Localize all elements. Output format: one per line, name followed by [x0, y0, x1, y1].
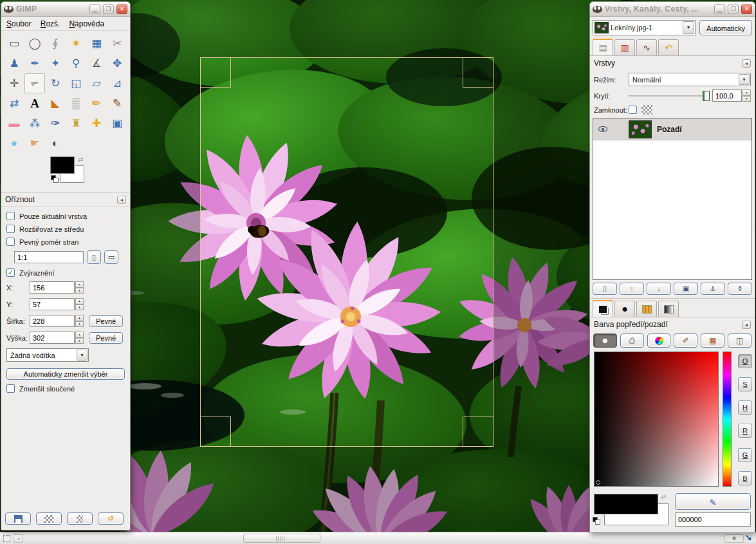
- tool-ellipse-select[interactable]: ◯: [24, 33, 45, 53]
- new-layer-button[interactable]: ▯: [593, 283, 617, 295]
- scales-selector-button[interactable]: ◫: [728, 333, 751, 348]
- close-button[interactable]: ✕: [741, 5, 752, 14]
- collapse-layers-button[interactable]: ◂: [742, 59, 751, 68]
- default-colors-icon[interactable]: [593, 517, 601, 525]
- hue-strip[interactable]: [723, 352, 732, 487]
- collapse-options-button[interactable]: ◂: [117, 196, 126, 204]
- quick-mask-toggle[interactable]: [3, 535, 10, 542]
- tool-shear[interactable]: ▱: [86, 73, 107, 93]
- width-fixed-button[interactable]: Pevné: [89, 315, 123, 327]
- tool-pencil[interactable]: ✏: [86, 93, 107, 113]
- channel-hue-button[interactable]: O: [738, 354, 752, 368]
- tool-clone[interactable]: ♜: [66, 113, 86, 133]
- expand-center-checkbox[interactable]: [6, 225, 15, 233]
- edit-color-button[interactable]: ✎: [675, 493, 751, 510]
- collapse-color-button[interactable]: ◂: [742, 321, 751, 329]
- tool-scissors-select[interactable]: ✂: [107, 33, 127, 53]
- tool-rotate[interactable]: ↻: [45, 73, 66, 93]
- auto-button[interactable]: Automaticky: [699, 20, 752, 35]
- tool-heal[interactable]: ✚: [86, 113, 107, 133]
- height-spinner[interactable]: ▴▾: [75, 332, 84, 344]
- reset-options-button[interactable]: ↺: [98, 512, 124, 525]
- x-spinner[interactable]: ▴▾: [75, 281, 84, 294]
- lock-checkbox[interactable]: [629, 106, 637, 114]
- tab-paths[interactable]: ∿: [636, 39, 657, 55]
- tool-bucket-fill[interactable]: ◣: [45, 93, 66, 113]
- tool-flip[interactable]: ⇄: [4, 93, 24, 113]
- gimp-selector-button[interactable]: ☻: [593, 333, 617, 348]
- layer-row-pozadi[interactable]: Pozadí: [593, 118, 751, 140]
- portrait-button[interactable]: ▯: [87, 250, 101, 264]
- tab-brushes[interactable]: ●: [614, 301, 635, 317]
- tool-select-by-color[interactable]: ▦: [86, 33, 107, 53]
- tab-channels[interactable]: ▥: [614, 39, 635, 55]
- height-fixed-button[interactable]: Pevné: [89, 332, 123, 344]
- hex-color-input[interactable]: [675, 512, 751, 527]
- tool-ink[interactable]: ✑: [45, 113, 66, 133]
- tool-crop[interactable]: ✃: [24, 73, 45, 93]
- dock-titlebar[interactable]: Vrstvy, Kanály, Cesty, ... ▁ ❐ ✕: [590, 2, 755, 17]
- tool-align[interactable]: ✛: [4, 73, 24, 93]
- tool-zoom[interactable]: ⚲: [66, 53, 86, 73]
- crop-y-input[interactable]: [30, 298, 75, 310]
- tool-dodge-burn[interactable]: ◐: [45, 133, 66, 153]
- channel-value-button[interactable]: H: [738, 400, 752, 415]
- resize-corner-icon[interactable]: ↘: [744, 532, 752, 543]
- tool-free-select[interactable]: ∮: [45, 33, 66, 53]
- menu-napoveda[interactable]: Nápověda: [69, 19, 104, 28]
- crop-handle-top-left[interactable]: [200, 57, 231, 88]
- tool-move[interactable]: ✥: [107, 53, 127, 73]
- tool-gradient[interactable]: ▒: [66, 93, 86, 113]
- tool-text[interactable]: A: [24, 93, 45, 113]
- highlight-checkbox[interactable]: ✓: [6, 268, 15, 277]
- opacity-slider-thumb[interactable]: [703, 91, 710, 101]
- tool-foreground-select[interactable]: ♟: [4, 53, 24, 73]
- swap-colors-icon[interactable]: ⇄: [78, 156, 83, 163]
- layer-visibility-eye-icon[interactable]: [598, 126, 607, 132]
- saturation-value-square[interactable]: [594, 352, 719, 487]
- tool-paths[interactable]: ✒: [24, 53, 45, 73]
- watercolor-selector-button[interactable]: ✐: [674, 333, 697, 348]
- lower-layer-button[interactable]: ↓: [647, 283, 671, 295]
- default-colors-icon[interactable]: [51, 175, 59, 183]
- swap-colors-icon[interactable]: ⇄: [661, 493, 666, 500]
- tool-paintbrush[interactable]: ✎: [107, 93, 127, 113]
- y-spinner[interactable]: ▴▾: [75, 298, 84, 310]
- crop-handle-top-right[interactable]: [463, 57, 493, 88]
- shrink-merged-checkbox[interactable]: [6, 384, 15, 393]
- maximize-button[interactable]: ❐: [103, 5, 114, 14]
- tool-eraser[interactable]: ▬: [4, 113, 24, 133]
- close-button[interactable]: ✕: [116, 5, 127, 14]
- width-spinner[interactable]: ▴▾: [75, 315, 84, 327]
- crop-handle-bottom-left[interactable]: [200, 417, 231, 447]
- ratio-input[interactable]: [14, 251, 84, 263]
- tool-blur-sharpen[interactable]: ●: [4, 133, 24, 153]
- tab-layers[interactable]: ▤: [593, 39, 613, 55]
- tab-fg-bg-colors[interactable]: [593, 300, 613, 317]
- anchor-layer-button[interactable]: ⚓: [701, 283, 725, 295]
- scroll-left-button[interactable]: ◂: [14, 534, 23, 543]
- channel-saturation-button[interactable]: S: [738, 377, 752, 391]
- tool-rectangle-select[interactable]: ▭: [4, 33, 24, 53]
- tool-smudge[interactable]: ☛: [24, 133, 45, 153]
- fixed-ratio-checkbox[interactable]: [6, 238, 15, 246]
- maximize-button[interactable]: ❐: [728, 5, 739, 14]
- crop-x-input[interactable]: [30, 281, 75, 294]
- crop-width-input[interactable]: [30, 315, 75, 327]
- horizontal-scrollbar-thumb[interactable]: [243, 534, 320, 543]
- guides-dropdown[interactable]: Žádná vodítka ▾: [6, 348, 89, 362]
- restore-options-button[interactable]: [36, 512, 62, 525]
- tab-patterns[interactable]: [636, 301, 657, 317]
- tool-perspective[interactable]: ⊿: [107, 73, 127, 93]
- current-layer-checkbox[interactable]: [6, 212, 15, 220]
- tool-airbrush[interactable]: ⁂: [24, 113, 45, 133]
- tab-gradients[interactable]: [658, 301, 679, 317]
- foreground-color-swatch[interactable]: [50, 156, 75, 174]
- channel-green-button[interactable]: G: [738, 448, 752, 462]
- raise-layer-button[interactable]: ↑: [620, 283, 644, 295]
- duplicate-layer-button[interactable]: ▣: [674, 283, 698, 295]
- channel-red-button[interactable]: R: [738, 424, 752, 438]
- tab-undo-history[interactable]: ↶: [658, 39, 679, 55]
- save-options-button[interactable]: [5, 512, 31, 525]
- minimize-button[interactable]: ▁: [89, 5, 100, 14]
